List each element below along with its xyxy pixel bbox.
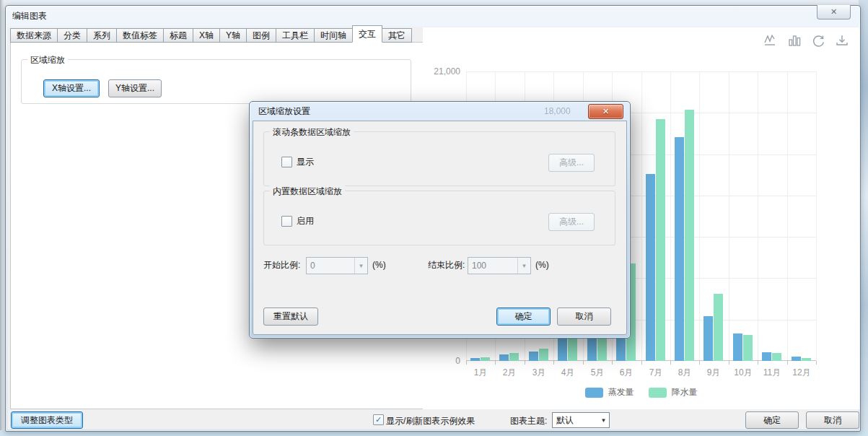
gridline bbox=[641, 71, 642, 361]
legend-item-降水量[interactable]: 降水量 bbox=[649, 386, 698, 398]
desktop-edge-left bbox=[0, 0, 5, 436]
bar-降水量-8月 bbox=[685, 110, 694, 361]
x-axis-tick bbox=[699, 361, 700, 365]
chart-theme-select[interactable]: 默认 ▼ bbox=[552, 412, 610, 428]
bar-chart-icon[interactable] bbox=[786, 33, 803, 48]
window-ok-button[interactable]: 确定 bbox=[745, 411, 799, 429]
refresh-preview-label: 显示/刷新图表示例效果 bbox=[386, 415, 475, 427]
adjust-chart-type-button[interactable]: 调整图表类型 bbox=[11, 411, 83, 429]
zoom-group-title: 区域缩放 bbox=[27, 54, 68, 66]
legend-swatch bbox=[585, 388, 603, 398]
dialog-close-button[interactable]: ✕ bbox=[588, 104, 623, 119]
reset-default-button[interactable]: 重置默认 bbox=[263, 308, 318, 326]
chart-legend: 蒸发量降水量 bbox=[466, 386, 816, 398]
tab-数据来源[interactable]: 数据来源 bbox=[10, 28, 58, 43]
gridline bbox=[758, 71, 758, 361]
bar-降水量-12月 bbox=[802, 358, 811, 361]
tab-交互[interactable]: 交互 bbox=[352, 25, 382, 43]
x-axis-category-label: 1月 bbox=[466, 367, 495, 379]
dialog-title: 区域缩放设置 bbox=[258, 105, 310, 118]
bar-降水量-2月 bbox=[509, 353, 519, 361]
tab-系列[interactable]: 系列 bbox=[87, 28, 117, 43]
end-ratio-value: 100 bbox=[468, 261, 517, 271]
scrollbar-zoom-group-title: 滚动条数据区域缩放 bbox=[270, 126, 354, 139]
tab-strip: 数据来源分类系列数值标签标题X轴Y轴图例工具栏时间轴交互其它 bbox=[10, 27, 411, 43]
y-axis-settings-button[interactable]: Y轴设置... bbox=[108, 79, 162, 97]
bar-蒸发量-8月 bbox=[675, 137, 684, 361]
bar-降水量-11月 bbox=[772, 353, 781, 361]
dialog-cancel-label: 取消 bbox=[576, 310, 593, 323]
x-axis-category-label: 7月 bbox=[641, 367, 670, 379]
x-axis-tick bbox=[670, 361, 671, 365]
tab-其它[interactable]: 其它 bbox=[382, 28, 412, 43]
start-ratio-label: 开始比例: bbox=[263, 257, 300, 273]
tab-工具栏[interactable]: 工具栏 bbox=[276, 28, 315, 43]
window-bottom-bar: 调整图表类型 ✓ 显示/刷新图表示例效果 图表主题: 默认 ▼ 确定 取消 bbox=[7, 409, 859, 430]
builtin-advanced-button: 高级... bbox=[548, 213, 595, 231]
bar-降水量-3月 bbox=[539, 349, 548, 361]
x-axis-category-label: 8月 bbox=[670, 367, 699, 379]
bar-蒸发量-7月 bbox=[646, 174, 655, 361]
end-ratio-label: 结束比例: bbox=[428, 257, 465, 273]
gridline bbox=[816, 71, 817, 361]
builtin-advanced-label: 高级... bbox=[559, 216, 584, 228]
gridline bbox=[670, 71, 671, 361]
end-ratio-unit: (%) bbox=[535, 257, 549, 273]
show-scrollbar-checkbox[interactable] bbox=[281, 157, 292, 167]
check-icon: ✓ bbox=[375, 416, 382, 424]
y-axis-tick-label: 21,000 bbox=[423, 66, 460, 77]
bar-蒸发量-2月 bbox=[499, 354, 509, 361]
bar-降水量-7月 bbox=[656, 119, 665, 361]
window-titlebar[interactable]: 编辑图表 bbox=[6, 6, 860, 27]
tab-分类[interactable]: 分类 bbox=[57, 28, 87, 43]
refresh-preview-checkbox[interactable]: ✓ bbox=[373, 414, 384, 425]
chevron-down-icon: ▼ bbox=[517, 258, 530, 274]
scrollbar-advanced-button: 高级... bbox=[548, 154, 595, 172]
bar-降水量-1月 bbox=[481, 357, 490, 361]
x-axis-category-label: 6月 bbox=[612, 367, 641, 379]
download-icon[interactable] bbox=[833, 33, 851, 48]
x-axis-tick bbox=[553, 361, 554, 365]
window-cancel-button[interactable]: 取消 bbox=[806, 411, 859, 429]
gridline bbox=[729, 71, 729, 361]
scrollbar-advanced-label: 高级... bbox=[559, 157, 584, 169]
dialog-ok-label: 确定 bbox=[515, 310, 532, 323]
dialog-cancel-button[interactable]: 取消 bbox=[557, 308, 611, 326]
x-axis-tick bbox=[729, 361, 729, 365]
bar-蒸发量-9月 bbox=[703, 316, 713, 361]
zoom-settings-dialog: 区域缩放设置 18,000 ✕ 滚动条数据区域缩放 显示 高级... 内置数据区… bbox=[249, 101, 631, 339]
scrollbar-zoom-groupbox: 滚动条数据区域缩放 显示 高级... bbox=[263, 131, 615, 186]
x-axis-category-label: 4月 bbox=[553, 367, 582, 379]
x-axis-tick bbox=[816, 361, 817, 365]
line-chart-icon[interactable] bbox=[762, 33, 779, 48]
chevron-down-icon: ▼ bbox=[354, 258, 367, 274]
chart-theme-value: 默认 bbox=[553, 414, 598, 427]
screen: 编辑图表 ✕ 数据来源分类系列数值标签标题X轴Y轴图例工具栏时间轴交互其它 区域… bbox=[0, 0, 868, 436]
dialog-ok-button[interactable]: 确定 bbox=[496, 308, 551, 326]
x-axis-tick bbox=[525, 361, 525, 365]
bar-蒸发量-1月 bbox=[470, 358, 480, 361]
x-axis-settings-button[interactable]: X轴设置... bbox=[43, 79, 100, 97]
tab-数值标签[interactable]: 数值标签 bbox=[116, 28, 164, 43]
builtin-zoom-group-title: 内置数据区域缩放 bbox=[270, 186, 345, 198]
dialog-titlebar[interactable]: 区域缩放设置 bbox=[258, 102, 310, 121]
x-axis-category-label: 11月 bbox=[758, 367, 786, 379]
gridline bbox=[787, 71, 788, 361]
tab-标题[interactable]: 标题 bbox=[163, 28, 193, 43]
tab-X轴[interactable]: X轴 bbox=[193, 28, 220, 43]
x-axis-category-label: 3月 bbox=[525, 367, 553, 379]
tab-图例[interactable]: 图例 bbox=[246, 28, 276, 43]
dialog-body: 滚动条数据区域缩放 显示 高级... 内置数据区域缩放 启用 高级... bbox=[253, 121, 627, 335]
tab-Y轴[interactable]: Y轴 bbox=[219, 28, 247, 43]
legend-label: 蒸发量 bbox=[608, 386, 634, 398]
close-icon: ✕ bbox=[602, 107, 609, 116]
refresh-icon[interactable] bbox=[810, 33, 827, 48]
window-title: 编辑图表 bbox=[12, 10, 47, 22]
tab-时间轴[interactable]: 时间轴 bbox=[314, 28, 353, 43]
show-scrollbar-label: 显示 bbox=[297, 156, 314, 168]
window-close-button[interactable]: ✕ bbox=[817, 5, 851, 19]
bar-蒸发量-10月 bbox=[733, 333, 742, 361]
x-axis-category-label: 12月 bbox=[787, 367, 816, 379]
legend-item-蒸发量[interactable]: 蒸发量 bbox=[585, 386, 634, 398]
enable-builtin-checkbox[interactable] bbox=[281, 216, 292, 227]
